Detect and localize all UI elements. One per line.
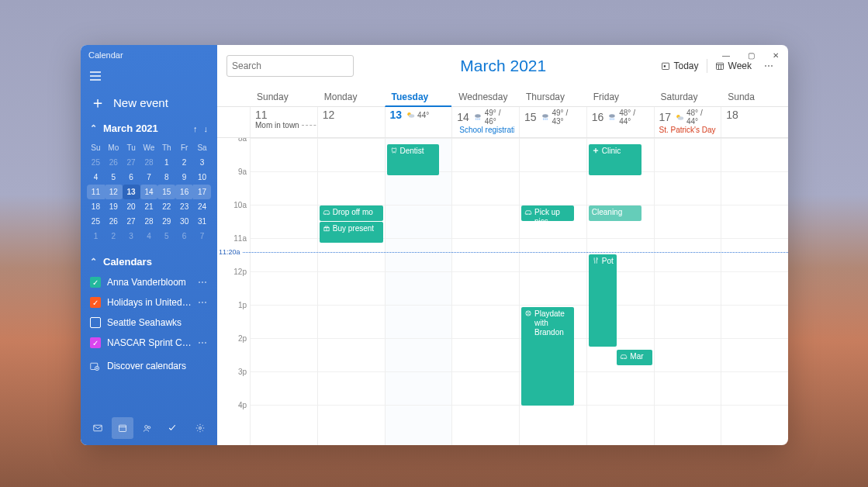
calendar-checkbox[interactable]: ✓ bbox=[90, 337, 101, 348]
event-block[interactable]: Drop off mo bbox=[320, 206, 383, 221]
date-cell[interactable]: 1344° bbox=[385, 107, 452, 137]
mini-cal-day[interactable]: 4 bbox=[140, 229, 158, 244]
calendar-checkbox[interactable]: ✓ bbox=[90, 277, 101, 288]
day-header[interactable]: Wednesday bbox=[451, 87, 519, 106]
people-nav-button[interactable] bbox=[137, 417, 158, 439]
search-box[interactable] bbox=[227, 55, 354, 77]
day-column[interactable] bbox=[250, 138, 317, 445]
calendars-header[interactable]: ⌃ Calendars bbox=[81, 248, 217, 272]
mini-cal-day[interactable]: 14 bbox=[140, 185, 158, 199]
mini-cal-day[interactable]: 4 bbox=[87, 170, 105, 185]
date-cell[interactable]: 1648° / 44° bbox=[586, 107, 654, 137]
mini-cal-day[interactable]: 6 bbox=[123, 170, 140, 185]
date-cell[interactable]: 1449° / 46°School registrati bbox=[451, 107, 519, 137]
allday-event[interactable]: School registrati bbox=[457, 126, 514, 134]
day-column[interactable]: Dentist bbox=[385, 138, 452, 445]
mini-cal-day[interactable]: 28 bbox=[140, 155, 158, 170]
mini-cal-day[interactable]: 1 bbox=[157, 155, 175, 170]
mini-cal-day[interactable]: 10 bbox=[193, 170, 211, 185]
event-block[interactable]: Playdate with Brandon bbox=[521, 307, 574, 406]
mini-cal-day[interactable]: 31 bbox=[193, 214, 211, 229]
minimize-button[interactable]: — bbox=[714, 45, 738, 65]
calendar-checkbox[interactable]: ✓ bbox=[90, 297, 101, 308]
mini-cal-day[interactable]: 22 bbox=[157, 199, 175, 214]
mini-cal-day[interactable]: 5 bbox=[157, 229, 175, 244]
todo-nav-button[interactable] bbox=[161, 417, 183, 439]
day-header[interactable]: Sunday bbox=[250, 87, 317, 106]
mini-cal-day[interactable]: 7 bbox=[140, 170, 158, 185]
day-header[interactable]: Sunda bbox=[721, 87, 788, 106]
today-button[interactable]: Today bbox=[653, 57, 707, 74]
event-block[interactable]: Clinic bbox=[589, 144, 641, 175]
allday-event[interactable]: Mom in town bbox=[255, 121, 317, 130]
mini-cal-day[interactable]: 5 bbox=[105, 170, 123, 185]
mini-cal-day[interactable]: 9 bbox=[175, 170, 193, 185]
mini-cal-day[interactable]: 15 bbox=[157, 185, 175, 199]
date-cell[interactable]: 12 bbox=[317, 107, 385, 137]
mini-cal-day[interactable]: 7 bbox=[193, 229, 211, 244]
day-header[interactable]: Thursday bbox=[519, 87, 586, 106]
discover-calendars-button[interactable]: Discover calendars bbox=[81, 353, 217, 379]
mini-cal-day[interactable]: 13 bbox=[123, 185, 140, 199]
mini-cal-day[interactable]: 21 bbox=[140, 199, 158, 214]
mini-cal-day[interactable]: 16 bbox=[175, 185, 193, 199]
mini-cal-day[interactable]: 6 bbox=[175, 229, 193, 244]
mini-cal-day[interactable]: 29 bbox=[157, 214, 175, 229]
calendar-more-button[interactable]: ⋯ bbox=[198, 337, 208, 348]
search-input[interactable] bbox=[232, 60, 348, 71]
event-block[interactable]: Mar bbox=[617, 350, 652, 365]
mini-cal-day[interactable]: 18 bbox=[87, 199, 105, 214]
mini-cal-day[interactable]: 30 bbox=[175, 214, 193, 229]
allday-event[interactable]: St. Patrick's Day bbox=[659, 126, 717, 134]
collapse-month-icon[interactable]: ⌃ bbox=[90, 123, 97, 133]
event-block[interactable]: Dentist bbox=[387, 144, 440, 175]
event-block[interactable]: Cleaning bbox=[589, 206, 641, 221]
event-block[interactable]: Pick up pics bbox=[521, 206, 574, 221]
mini-cal-day[interactable]: 25 bbox=[87, 214, 105, 229]
mini-cal-day[interactable]: 12 bbox=[105, 185, 123, 199]
calendar-item[interactable]: ✓Holidays in United States⋯ bbox=[87, 292, 211, 313]
mini-cal-day[interactable]: 11 bbox=[87, 185, 105, 199]
date-cell[interactable]: 11Mom in town bbox=[250, 107, 317, 137]
mini-cal-day[interactable]: 17 bbox=[193, 185, 211, 199]
mini-cal-day[interactable]: 28 bbox=[140, 214, 158, 229]
calendar-nav-button[interactable] bbox=[112, 417, 133, 439]
calendar-item[interactable]: ✓NASCAR Sprint Cup⋯ bbox=[87, 333, 211, 353]
mini-cal-day[interactable]: 8 bbox=[157, 170, 175, 185]
mini-cal-day[interactable]: 24 bbox=[193, 199, 211, 214]
hamburger-button[interactable] bbox=[81, 65, 217, 87]
date-cell[interactable]: 18 bbox=[721, 107, 788, 137]
settings-nav-button[interactable] bbox=[189, 417, 211, 439]
calendar-item[interactable]: Seattle Seahawks bbox=[87, 313, 211, 333]
day-header[interactable]: Friday bbox=[586, 87, 654, 106]
event-block[interactable]: Buy present bbox=[320, 222, 383, 244]
day-header[interactable]: Tuesday bbox=[385, 87, 452, 107]
day-column[interactable]: Pick up picsPlaydate with Brandon bbox=[519, 138, 586, 445]
day-column[interactable] bbox=[451, 138, 519, 445]
mini-cal-day[interactable]: 27 bbox=[123, 214, 140, 229]
day-header[interactable]: Saturday bbox=[654, 87, 721, 106]
day-column[interactable] bbox=[721, 138, 788, 445]
mail-nav-button[interactable] bbox=[87, 417, 109, 439]
mini-cal-day[interactable]: 27 bbox=[123, 155, 140, 170]
prev-month-button[interactable]: ↑ bbox=[193, 124, 198, 133]
date-cell[interactable]: 1549° / 43° bbox=[519, 107, 586, 137]
day-column[interactable] bbox=[654, 138, 721, 445]
mini-cal-day[interactable]: 1 bbox=[87, 229, 105, 244]
mini-cal-day[interactable]: 3 bbox=[123, 229, 140, 244]
day-column[interactable]: ClinicCleaningPotlMar bbox=[586, 138, 654, 445]
date-cell[interactable]: 1748° / 44°St. Patrick's Day bbox=[654, 107, 721, 137]
calendar-more-button[interactable]: ⋯ bbox=[198, 277, 208, 288]
mini-cal-day[interactable]: 19 bbox=[105, 199, 123, 214]
maximize-button[interactable]: ▢ bbox=[738, 45, 763, 65]
day-column[interactable]: Drop off moBuy present bbox=[317, 138, 385, 445]
next-month-button[interactable]: ↓ bbox=[204, 124, 209, 133]
new-event-button[interactable]: ＋ New event bbox=[81, 87, 217, 118]
calendar-checkbox[interactable] bbox=[90, 317, 101, 328]
mini-cal-day[interactable]: 26 bbox=[105, 214, 123, 229]
calendar-item[interactable]: ✓Anna Vanderbloom⋯ bbox=[87, 272, 211, 292]
mini-cal-day[interactable]: 25 bbox=[87, 155, 105, 170]
mini-cal-day[interactable]: 2 bbox=[105, 229, 123, 244]
mini-cal-day[interactable]: 23 bbox=[175, 199, 193, 214]
mini-cal-day[interactable]: 2 bbox=[175, 155, 193, 170]
